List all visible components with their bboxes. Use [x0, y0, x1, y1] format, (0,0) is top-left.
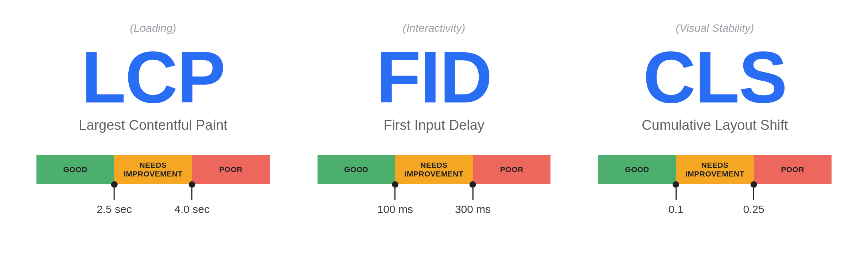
marker-line-icon [753, 188, 754, 200]
zone-good: GOOD [318, 155, 395, 184]
threshold-value: 100 ms [377, 203, 413, 216]
threshold-value: 2.5 sec [97, 203, 132, 216]
metric-name: Cumulative Layout Shift [642, 117, 788, 133]
zone-needs-line1: NEEDS [701, 161, 729, 170]
marker-line-icon [394, 188, 396, 200]
marker-line-icon [676, 188, 677, 200]
threshold-marker-good: 0.1 [668, 181, 684, 216]
zone-needs-line1: NEEDS [140, 161, 167, 170]
metric-card-cls: (Visual Stability) CLS Cumulative Layout… [598, 22, 832, 217]
threshold-marker-poor: 0.25 [743, 181, 764, 216]
threshold-marker-poor: 4.0 sec [174, 181, 210, 216]
threshold-bar: GOOD NEEDS IMPROVEMENT POOR [36, 155, 270, 184]
zone-needs-line1: NEEDS [420, 161, 448, 170]
zone-good: GOOD [598, 155, 676, 184]
zone-needs-line2: IMPROVEMENT [405, 170, 464, 178]
category-label: (Visual Stability) [676, 22, 754, 34]
marker-dot-icon [111, 181, 117, 188]
marker-container: 100 ms 300 ms [318, 184, 551, 217]
threshold-marker-poor: 300 ms [455, 181, 491, 216]
metric-card-fid: (Interactivity) FID First Input Delay GO… [318, 22, 551, 217]
zone-poor: POOR [473, 155, 550, 184]
threshold-value: 300 ms [455, 203, 491, 216]
metric-name: First Input Delay [384, 117, 484, 133]
marker-dot-icon [751, 181, 757, 188]
marker-dot-icon [673, 181, 679, 188]
marker-line-icon [472, 188, 474, 200]
marker-line-icon [191, 188, 192, 200]
metric-acronym: FID [376, 41, 491, 114]
zone-poor: POOR [192, 155, 270, 184]
zone-poor: POOR [754, 155, 832, 184]
zone-good: GOOD [36, 155, 114, 184]
threshold-marker-good: 100 ms [377, 181, 413, 216]
marker-line-icon [114, 188, 115, 200]
metric-name: Largest Contentful Paint [79, 117, 227, 133]
threshold-bar: GOOD NEEDS IMPROVEMENT POOR [318, 155, 551, 184]
metric-acronym: CLS [643, 41, 787, 114]
zone-needs-improvement: NEEDS IMPROVEMENT [676, 155, 754, 184]
threshold-value: 4.0 sec [174, 203, 210, 216]
threshold-value: 0.1 [668, 203, 684, 216]
marker-dot-icon [470, 181, 476, 188]
metric-card-lcp: (Loading) LCP Largest Contentful Paint G… [36, 22, 270, 217]
category-label: (Interactivity) [403, 22, 466, 34]
threshold-bar: GOOD NEEDS IMPROVEMENT POOR [598, 155, 832, 184]
marker-dot-icon [189, 181, 195, 188]
marker-dot-icon [392, 181, 398, 188]
threshold-marker-good: 2.5 sec [97, 181, 132, 216]
threshold-value: 0.25 [743, 203, 764, 216]
marker-container: 0.1 0.25 [598, 184, 832, 217]
category-label: (Loading) [130, 22, 176, 34]
marker-container: 2.5 sec 4.0 sec [36, 184, 270, 217]
zone-needs-improvement: NEEDS IMPROVEMENT [395, 155, 473, 184]
metric-acronym: LCP [81, 41, 225, 114]
zone-needs-line2: IMPROVEMENT [124, 170, 183, 178]
zone-needs-improvement: NEEDS IMPROVEMENT [114, 155, 192, 184]
zone-needs-line2: IMPROVEMENT [685, 170, 744, 178]
